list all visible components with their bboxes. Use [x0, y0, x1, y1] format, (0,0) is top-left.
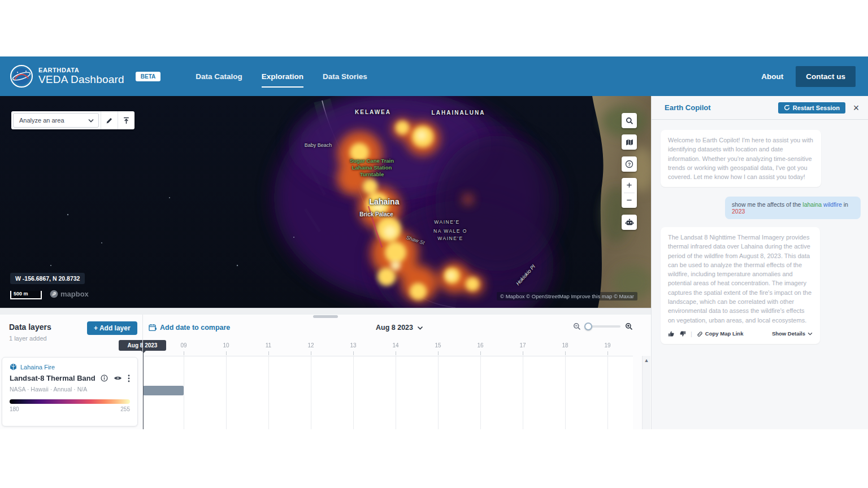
- timeline-tick-label: 16: [477, 342, 483, 348]
- map-label-brick-palace: Brick Palace: [359, 211, 393, 217]
- timeline-tick-label: 19: [604, 342, 610, 348]
- timeline-grid-line: [480, 356, 481, 429]
- thumbs-up-icon[interactable]: [668, 330, 675, 337]
- map-label-lahaina: Lahaina: [370, 197, 400, 206]
- link-icon: [697, 331, 703, 337]
- selected-date: Aug 8 2023: [376, 324, 413, 332]
- user-message-year: 2023: [732, 208, 745, 215]
- user-message-middle: in: [842, 201, 848, 208]
- chevron-down-icon: [417, 326, 423, 330]
- map-help-button[interactable]: ?: [622, 156, 637, 172]
- timeline-tick-label: 17: [519, 342, 526, 348]
- map-attribution[interactable]: © Mapbox © OpenStreetMap Improve this ma…: [497, 292, 637, 300]
- welcome-text: Welcome to Earth Copilot! I'm here to as…: [668, 137, 813, 180]
- timeline-scrollbar[interactable]: ▲: [642, 356, 650, 429]
- restart-session-button[interactable]: Restart Session: [778, 102, 845, 114]
- map-icon: [626, 138, 633, 146]
- scroll-up-arrow-icon[interactable]: ▲: [643, 356, 650, 363]
- mapbox-logo[interactable]: mapbox: [50, 290, 89, 298]
- zoom-in-magnifier-icon[interactable]: [625, 323, 633, 330]
- chevron-down-icon: [88, 119, 94, 123]
- timeline-tick-label: 15: [435, 342, 441, 348]
- kebab-menu-icon[interactable]: [128, 374, 130, 382]
- timeline-grid-line: [396, 356, 396, 429]
- zoom-out-magnifier-icon[interactable]: [573, 323, 581, 330]
- timeline-zoom-slider[interactable]: [585, 325, 620, 328]
- copilot-response-message: The Landsat 8 Nighttime Thermal Imagery …: [661, 227, 820, 344]
- timeline-tick-label: 12: [307, 342, 314, 348]
- timeline-zoom-control: [573, 323, 633, 330]
- map-label-wainee: WAINE'E: [434, 219, 459, 225]
- layer-group-link[interactable]: Lahaina Fire: [10, 363, 130, 371]
- mapbox-wordmark: mapbox: [60, 290, 89, 298]
- map-scale: 500 m: [10, 291, 42, 299]
- search-icon: [626, 117, 633, 125]
- beta-badge: BETA: [136, 72, 160, 81]
- timeline-tick-label: 14: [392, 342, 398, 348]
- show-details-button[interactable]: Show Details: [772, 329, 813, 338]
- user-message: show me the affects of the lahaina wildf…: [725, 197, 861, 219]
- calendar-plus-icon: [149, 324, 157, 332]
- add-layer-button[interactable]: + Add layer: [87, 321, 137, 335]
- timeline-grid-line: [523, 356, 523, 429]
- main-nav: Data Catalog Exploration Data Stories: [196, 68, 367, 85]
- nav-data-stories[interactable]: Data Stories: [323, 68, 367, 85]
- top-navigation: EARTHDATA VEDA Dashboard BETA Data Catal…: [0, 56, 868, 96]
- draw-area-button[interactable]: [101, 111, 118, 129]
- timeline-grid-line: [226, 356, 227, 429]
- thumbs-down-icon[interactable]: [679, 330, 686, 337]
- timeline-tick-label: 10: [223, 342, 229, 348]
- map-label-kelawea: KELAWEA: [355, 109, 391, 115]
- info-icon[interactable]: [101, 374, 108, 382]
- nav-data-catalog[interactable]: Data Catalog: [196, 68, 242, 85]
- close-icon[interactable]: ×: [849, 101, 863, 115]
- panel-drag-handle[interactable]: [313, 315, 338, 318]
- map-label-sugar-cane-train: Sugar Cane Train: [350, 158, 394, 164]
- about-link[interactable]: About: [761, 72, 783, 81]
- response-text: The Landsat 8 Nighttime Thermal Imagery …: [668, 234, 811, 324]
- timeline-tick-label: 11: [266, 342, 271, 348]
- layer-name: Landsat-8 Thermal Band: [10, 374, 101, 382]
- timeline-grid-line: [565, 356, 566, 429]
- copilot-welcome-message: Welcome to Earth Copilot! I'm here to as…: [661, 130, 821, 187]
- analyze-area-toolbar: Analyze an area: [11, 111, 134, 129]
- layer-card[interactable]: Lahaina Fire Landsat-8 Thermal Band NASA…: [2, 357, 138, 426]
- timeline-tick-mark: [353, 351, 354, 355]
- cube-icon: [10, 363, 17, 371]
- copilot-title: Earth Copilot: [665, 103, 711, 112]
- timeline-tick-mark: [523, 351, 523, 355]
- brand-text: EARTHDATA VEDA Dashboard: [38, 67, 124, 85]
- upload-area-button[interactable]: [118, 111, 134, 129]
- pencil-icon: [106, 117, 113, 124]
- layer-availability-bar[interactable]: [143, 386, 184, 395]
- analyze-area-select[interactable]: Analyze an area: [13, 113, 99, 128]
- add-date-label: Add date to compare: [160, 324, 230, 332]
- timeline-tick-mark: [438, 351, 439, 355]
- map-layers-button[interactable]: [622, 134, 637, 150]
- copy-map-link-button[interactable]: Copy Map Link: [697, 329, 744, 338]
- map-search-button[interactable]: [622, 113, 637, 128]
- contact-us-button[interactable]: Contact us: [796, 66, 856, 87]
- page: EARTHDATA VEDA Dashboard BETA Data Catal…: [0, 0, 868, 488]
- zoom-slider-knob[interactable]: [584, 323, 592, 330]
- question-icon: ?: [625, 160, 633, 168]
- copilot-header: Earth Copilot Restart Session ×: [652, 96, 868, 120]
- map-canvas[interactable]: KELAWEA LAHAINALUNA Baby Beach Sugar Can…: [0, 96, 651, 308]
- zoom-out-button[interactable]: −: [622, 193, 637, 208]
- nav-exploration[interactable]: Exploration: [262, 68, 303, 85]
- timeline-tick-label: 18: [562, 342, 568, 348]
- zoom-in-button[interactable]: +: [622, 178, 637, 193]
- timeline-tick-mark: [565, 351, 566, 355]
- add-date-to-compare-button[interactable]: Add date to compare: [149, 324, 230, 332]
- show-details-label: Show Details: [772, 329, 805, 338]
- timeline-grid-line: [311, 356, 311, 429]
- eye-icon[interactable]: [114, 375, 122, 381]
- copilot-toggle-button[interactable]: [622, 215, 637, 230]
- timeline-tick-mark: [396, 351, 396, 355]
- user-message-location: lahaina: [802, 201, 822, 208]
- timeline-date-select[interactable]: Aug 8 2023: [376, 324, 423, 332]
- brand[interactable]: EARTHDATA VEDA Dashboard BETA: [10, 65, 160, 88]
- map-label-baby-beach: Baby Beach: [305, 142, 332, 148]
- robot-icon: [625, 219, 634, 226]
- user-message-keyword: wildfire: [822, 201, 842, 208]
